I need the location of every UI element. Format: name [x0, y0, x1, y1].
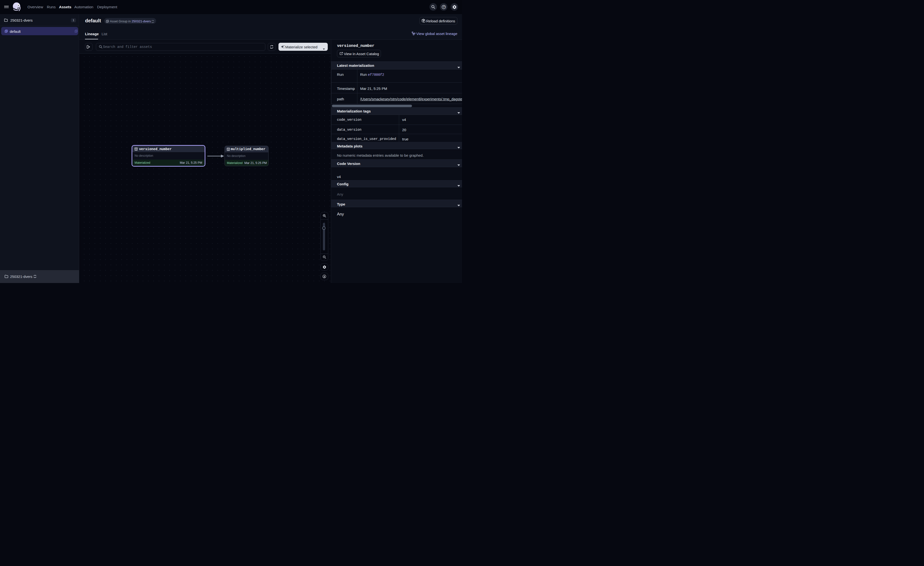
svg-text:?: ?	[443, 6, 444, 9]
